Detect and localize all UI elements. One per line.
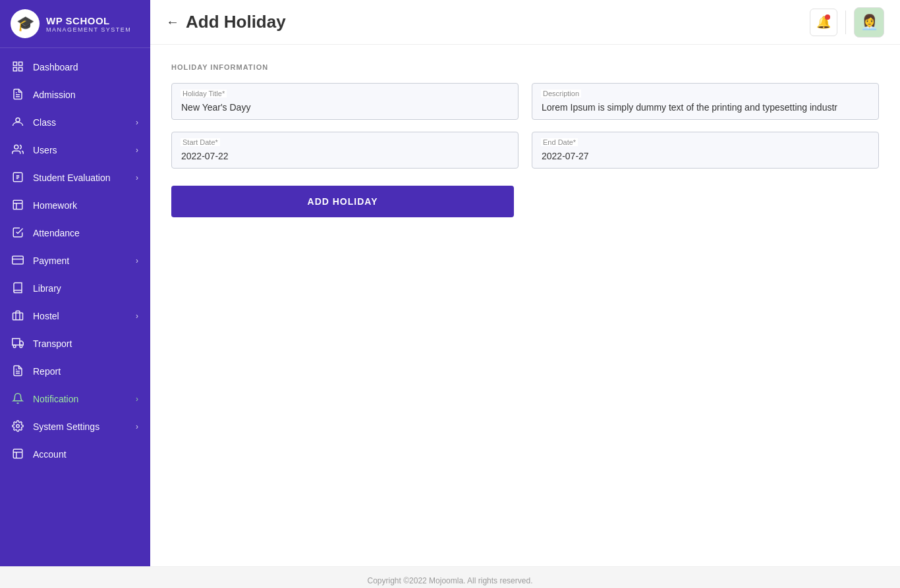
- start-date-group: Start Date*: [171, 132, 519, 169]
- users-icon: [12, 144, 25, 157]
- sidebar-logo[interactable]: 🎓 WP SCHOOL MANAGEMENT SYSTEM: [0, 0, 150, 48]
- notification-dot: [825, 14, 830, 20]
- class-icon: [12, 116, 25, 129]
- sidebar-item-account-label: Account: [33, 449, 67, 460]
- settings-chevron: ›: [136, 422, 138, 431]
- page-title: Add Holiday: [186, 12, 286, 32]
- svg-marker-14: [20, 341, 23, 345]
- svg-rect-1: [19, 63, 22, 66]
- admission-icon: [12, 88, 25, 101]
- sidebar-item-library-label: Library: [33, 283, 61, 294]
- avatar-image: 👩‍💼: [860, 14, 878, 31]
- hostel-icon: [12, 309, 25, 323]
- description-input[interactable]: [532, 83, 879, 120]
- logo-icon: 🎓: [11, 9, 40, 38]
- notification-button[interactable]: 🔔: [810, 9, 837, 36]
- svg-point-15: [13, 345, 16, 348]
- sidebar-item-users[interactable]: Users ›: [0, 136, 150, 164]
- page-title-area: ← Add Holiday: [166, 12, 286, 32]
- sidebar-item-evaluation[interactable]: Student Evaluation ›: [0, 164, 150, 192]
- class-chevron: ›: [136, 118, 138, 127]
- svg-rect-10: [13, 256, 24, 264]
- svg-rect-0: [13, 63, 16, 66]
- svg-point-6: [16, 118, 20, 122]
- library-icon: [12, 282, 25, 295]
- attendance-icon: [12, 227, 25, 240]
- payment-chevron: ›: [136, 256, 138, 265]
- account-icon: [12, 448, 25, 461]
- sidebar-item-class-label: Class: [33, 117, 56, 128]
- sidebar-nav: Dashboard Admission Class ›: [0, 48, 150, 566]
- form-area: HOLIDAY INFORMATION Holiday Title* Descr…: [150, 45, 900, 566]
- svg-point-16: [20, 345, 22, 348]
- homework-icon: [12, 199, 25, 212]
- transport-icon: [12, 337, 25, 350]
- footer-text: Copyright ©2022 Mojoomla. All rights res…: [368, 576, 533, 585]
- header-divider: [845, 11, 846, 34]
- svg-rect-3: [13, 68, 16, 71]
- users-chevron: ›: [136, 146, 138, 155]
- user-avatar[interactable]: 👩‍💼: [854, 7, 884, 38]
- sidebar-item-report[interactable]: Report: [0, 358, 150, 385]
- sidebar-item-attendance[interactable]: Attendance: [0, 219, 150, 247]
- section-label: HOLIDAY INFORMATION: [171, 63, 879, 71]
- payment-icon: [12, 254, 25, 267]
- sidebar-item-settings[interactable]: System Settings ›: [0, 413, 150, 441]
- back-button[interactable]: ←: [166, 14, 179, 30]
- sidebar-item-dashboard-label: Dashboard: [33, 62, 78, 72]
- evaluation-chevron: ›: [136, 173, 138, 182]
- add-holiday-button[interactable]: ADD HOLIDAY: [171, 186, 514, 217]
- sidebar-item-users-label: Users: [33, 145, 57, 155]
- evaluation-icon: [12, 171, 25, 184]
- form-row-1: Holiday Title* Description: [171, 83, 879, 120]
- sidebar-item-settings-label: System Settings: [33, 421, 99, 432]
- sidebar-item-hostel-label: Hostel: [33, 311, 59, 321]
- sidebar-item-transport[interactable]: Transport: [0, 330, 150, 358]
- sidebar-item-library[interactable]: Library: [0, 275, 150, 302]
- sidebar-item-homework-label: Homework: [33, 200, 77, 211]
- notification-chevron: ›: [136, 394, 138, 404]
- settings-icon: [12, 420, 25, 433]
- sidebar-item-homework[interactable]: Homework: [0, 192, 150, 219]
- svg-point-20: [16, 425, 20, 428]
- description-group: Description: [532, 83, 879, 120]
- dashboard-icon: [12, 61, 25, 74]
- sidebar-item-notification-label: Notification: [33, 394, 78, 404]
- holiday-title-input[interactable]: [171, 83, 519, 120]
- hostel-chevron: ›: [136, 311, 138, 321]
- svg-rect-12: [13, 313, 23, 321]
- logo-title: WP SCHOOL: [46, 15, 131, 26]
- top-bar: ← Add Holiday 🔔 👩‍💼: [150, 0, 900, 45]
- sidebar-item-transport-label: Transport: [33, 338, 72, 349]
- sidebar-item-attendance-label: Attendance: [33, 228, 80, 238]
- sidebar-item-dashboard[interactable]: Dashboard: [0, 53, 150, 81]
- end-date-input[interactable]: [532, 132, 879, 169]
- sidebar: 🎓 WP SCHOOL MANAGEMENT SYSTEM Dashboard: [0, 0, 150, 566]
- sidebar-item-payment-label: Payment: [33, 255, 69, 266]
- svg-rect-2: [19, 68, 22, 71]
- sidebar-item-payment[interactable]: Payment ›: [0, 247, 150, 275]
- end-date-group: End Date*: [532, 132, 879, 169]
- sidebar-item-notification[interactable]: Notification ›: [0, 385, 150, 413]
- svg-rect-21: [13, 450, 22, 459]
- start-date-input[interactable]: [171, 132, 519, 169]
- sidebar-item-class[interactable]: Class ›: [0, 109, 150, 136]
- sidebar-item-admission-label: Admission: [33, 90, 76, 100]
- form-row-2: Start Date* End Date*: [171, 132, 879, 169]
- main-content: ← Add Holiday 🔔 👩‍💼 HOLIDAY INFORMATION: [150, 0, 900, 566]
- svg-rect-13: [13, 339, 20, 346]
- sidebar-item-hostel[interactable]: Hostel ›: [0, 302, 150, 330]
- logo-subtitle: MANAGEMENT SYSTEM: [46, 26, 131, 33]
- svg-rect-9: [13, 201, 22, 210]
- holiday-title-group: Holiday Title*: [171, 83, 519, 120]
- sidebar-item-report-label: Report: [33, 366, 61, 377]
- top-bar-right: 🔔 👩‍💼: [810, 7, 884, 38]
- notification-icon: [12, 392, 25, 406]
- sidebar-item-admission[interactable]: Admission: [0, 81, 150, 109]
- sidebar-item-account[interactable]: Account: [0, 441, 150, 468]
- sidebar-item-evaluation-label: Student Evaluation: [33, 173, 111, 183]
- svg-point-7: [14, 146, 18, 149]
- report-icon: [12, 365, 25, 378]
- footer: Copyright ©2022 Mojoomla. All rights res…: [0, 566, 900, 588]
